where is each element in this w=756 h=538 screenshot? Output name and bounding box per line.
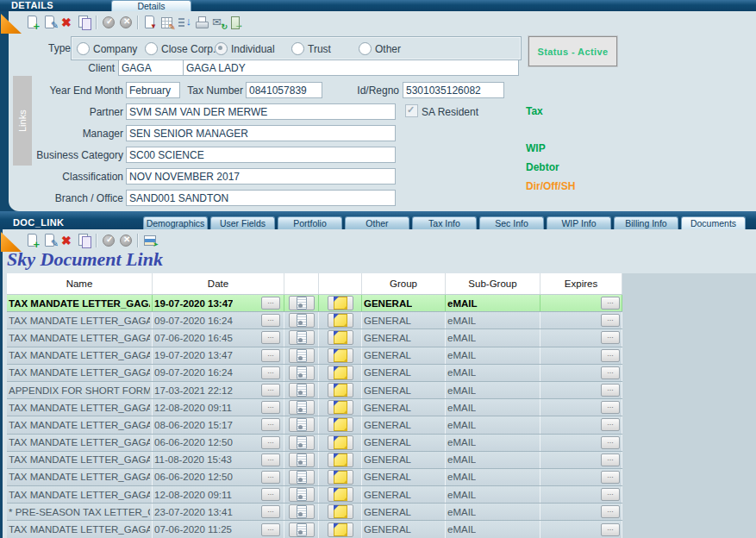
copy-record-icon[interactable]: [77, 233, 92, 248]
link-dir-off-sh[interactable]: Dir/Off/SH: [526, 180, 575, 192]
type-option-individual[interactable]: Individual: [215, 42, 275, 55]
expires-picker-button[interactable]: ...: [601, 505, 620, 518]
date-picker-button[interactable]: ...: [261, 471, 280, 484]
link-wip[interactable]: WIP: [526, 142, 546, 154]
table-row[interactable]: TAX MANDATE LETTER_GAGA 12-08-2020 09:11…: [7, 486, 622, 504]
table-row[interactable]: TAX MANDATE LETTER_GAGA 07-06-2020 11:25…: [7, 521, 622, 538]
open-document-button[interactable]: [289, 453, 315, 467]
open-document-button[interactable]: [289, 313, 315, 328]
status-button[interactable]: Status - Active: [528, 36, 617, 66]
tab-documents[interactable]: Documents: [681, 216, 746, 229]
edit-record-icon[interactable]: [42, 15, 58, 30]
expires-picker-button[interactable]: ...: [601, 454, 620, 466]
client-code-field[interactable]: [118, 59, 186, 76]
table-row[interactable]: TAX MANDATE LETTER_GAGA 09-07-2020 16:24…: [7, 365, 622, 382]
cancel-icon[interactable]: [118, 233, 134, 248]
column-header-document[interactable]: [284, 273, 319, 294]
note-button[interactable]: [328, 348, 353, 363]
note-button[interactable]: [328, 366, 353, 380]
table-row[interactable]: TAX MANDATE LETTER_GAGA 09-07-2020 16:24…: [7, 312, 622, 329]
date-picker-button[interactable]: ...: [261, 349, 280, 362]
open-document-button[interactable]: [289, 487, 315, 502]
tab-demographics[interactable]: Demographics: [143, 216, 208, 229]
note-button[interactable]: [328, 487, 353, 502]
copy-record-icon[interactable]: [77, 15, 92, 30]
table-row[interactable]: * PRE-SEASON TAX LETTER_G 23-07-2020 13:…: [7, 504, 622, 521]
expires-picker-button[interactable]: ...: [601, 314, 620, 327]
table-row[interactable]: TAX MANDATE LETTER_GAGA 12-08-2020 09:11…: [7, 399, 622, 416]
note-button[interactable]: [328, 313, 353, 328]
add-record-icon[interactable]: [25, 233, 41, 248]
type-option-company[interactable]: Company: [77, 42, 137, 55]
column-header-subgroup[interactable]: Sub-Group: [446, 273, 540, 294]
expires-picker-button[interactable]: ...: [601, 331, 620, 344]
open-document-button[interactable]: [289, 330, 315, 345]
type-option-trust[interactable]: Trust: [291, 42, 331, 55]
table-row[interactable]: APPENDIX FOR SHORT FORM 2 17-03-2021 22:…: [7, 382, 622, 399]
view-image-icon[interactable]: [142, 233, 158, 248]
add-record-icon[interactable]: [25, 15, 41, 30]
tab-other[interactable]: Other: [345, 216, 409, 229]
delete-record-icon[interactable]: [59, 233, 75, 248]
expires-picker-button[interactable]: ...: [601, 436, 620, 449]
note-button[interactable]: [328, 453, 353, 467]
expires-picker-button[interactable]: ...: [601, 471, 620, 484]
date-picker-button[interactable]: ...: [261, 297, 280, 310]
note-button[interactable]: [328, 435, 353, 450]
business-category-field[interactable]: [126, 147, 396, 163]
date-picker-button[interactable]: ...: [261, 401, 280, 414]
table-row[interactable]: TAX MANDATE LETTER_GAGA 11-08-2020 15:43…: [7, 452, 622, 469]
table-row[interactable]: TAX MANDATE LETTER_GAGA 19-07-2020 13:47…: [7, 347, 622, 365]
open-document-button[interactable]: [289, 417, 315, 432]
tab-billing-info[interactable]: Billing Info: [614, 216, 678, 229]
date-picker-button[interactable]: ...: [261, 523, 280, 536]
expires-picker-button[interactable]: ...: [601, 297, 620, 310]
sa-resident-checkbox[interactable]: [405, 104, 418, 117]
confirm-icon[interactable]: [101, 233, 116, 248]
tab-tax-info[interactable]: Tax Info: [412, 216, 477, 229]
date-picker-button[interactable]: ...: [261, 366, 280, 379]
print-icon[interactable]: [194, 15, 209, 30]
open-document-button[interactable]: [289, 383, 315, 397]
table-row[interactable]: TAX MANDATE LETTER_GAGA 07-06-2020 16:45…: [7, 329, 622, 347]
open-document-button[interactable]: [289, 504, 315, 519]
tax-number-field[interactable]: [246, 82, 322, 98]
open-document-button[interactable]: [289, 366, 315, 380]
expires-picker-button[interactable]: ...: [601, 488, 620, 501]
send-email-icon[interactable]: [211, 15, 227, 30]
table-row[interactable]: TAX MANDATE LETTER_GAGA 08-06-2020 15:17…: [7, 416, 622, 434]
classification-field[interactable]: [126, 168, 396, 185]
column-header-name[interactable]: Name: [7, 273, 153, 294]
expires-picker-button[interactable]: ...: [601, 384, 620, 397]
sort-descending-icon[interactable]: [177, 15, 192, 30]
date-picker-button[interactable]: ...: [261, 505, 280, 518]
column-header-date[interactable]: Date: [153, 273, 284, 294]
tab-sec-info[interactable]: Sec Info: [479, 216, 544, 229]
open-document-button[interactable]: [289, 522, 315, 537]
radio-icon[interactable]: [215, 42, 228, 55]
radio-icon[interactable]: [359, 42, 372, 55]
expires-picker-button[interactable]: ...: [601, 523, 620, 536]
date-picker-button[interactable]: ...: [261, 418, 280, 431]
tab-wip-info[interactable]: WIP Info: [547, 216, 611, 229]
import-document-icon[interactable]: [142, 15, 158, 30]
column-header-group[interactable]: Group: [362, 273, 446, 294]
client-name-field[interactable]: [183, 59, 519, 76]
column-header-expires[interactable]: Expires: [540, 273, 622, 294]
id-regno-field[interactable]: [403, 82, 504, 98]
links-side-tab[interactable]: Links: [13, 76, 32, 166]
date-picker-button[interactable]: ...: [261, 384, 280, 397]
year-end-field[interactable]: [126, 82, 180, 98]
cancel-icon[interactable]: [118, 15, 134, 30]
link-debtor[interactable]: Debtor: [526, 161, 559, 173]
type-option-other[interactable]: Other: [359, 42, 401, 55]
note-button[interactable]: [328, 417, 353, 432]
radio-icon[interactable]: [77, 42, 90, 55]
confirm-icon[interactable]: [101, 15, 116, 30]
tab-portfolio[interactable]: Portfolio: [278, 216, 342, 229]
open-document-button[interactable]: [289, 296, 315, 310]
radio-icon[interactable]: [145, 42, 158, 55]
note-button[interactable]: [328, 400, 353, 415]
edit-record-icon[interactable]: [42, 233, 58, 248]
note-button[interactable]: [328, 522, 353, 537]
